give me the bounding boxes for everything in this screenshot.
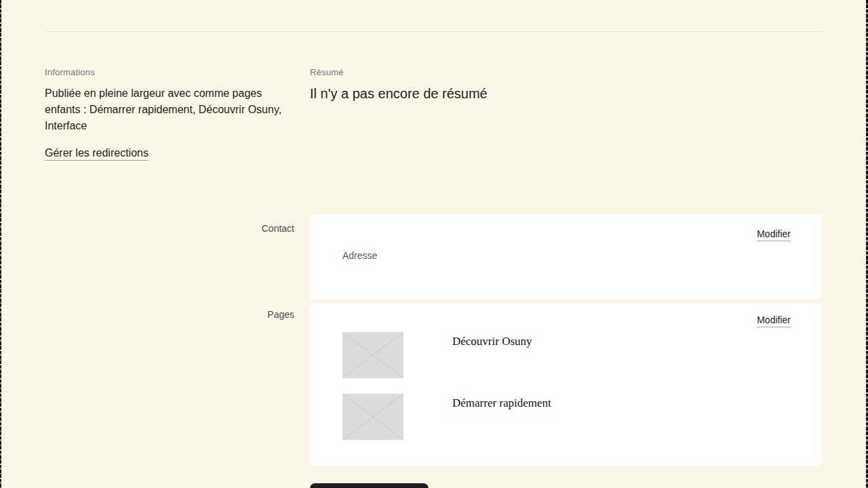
pages-row-label: Pages <box>45 309 294 320</box>
bottom-action-button[interactable] <box>310 483 429 488</box>
screen-edge-left-decoration <box>0 0 1 488</box>
page-title-link[interactable]: Découvrir Osuny <box>452 335 532 348</box>
contact-edit-link[interactable]: Modifier <box>757 228 791 239</box>
manage-redirections-link[interactable]: Gérer les redirections <box>45 147 149 159</box>
contact-row-label: Contact <box>45 223 294 234</box>
page: Informations Publiée en pleine largeur a… <box>0 0 868 488</box>
page-title-link[interactable]: Démarrer rapidement <box>452 396 551 410</box>
resume-empty-message: Il n'y a pas encore de résumé <box>310 86 488 102</box>
pages-card: Modifier Découvrir Osuny Démarrer rapide… <box>310 304 822 466</box>
image-placeholder-icon <box>342 332 403 378</box>
informations-section-label: Informations <box>45 67 95 77</box>
contact-card: Modifier Adresse <box>310 214 822 300</box>
page-list-item: Découvrir Osuny <box>342 332 791 378</box>
page-list-item: Démarrer rapidement <box>342 394 791 440</box>
resume-section-label: Résumé <box>310 67 344 77</box>
top-divider <box>45 31 822 32</box>
pages-edit-link[interactable]: Modifier <box>757 314 791 325</box>
image-placeholder-icon <box>342 394 403 440</box>
contact-address-label: Adresse <box>342 250 377 261</box>
informations-description: Publiée en pleine largeur avec comme pag… <box>45 85 283 134</box>
